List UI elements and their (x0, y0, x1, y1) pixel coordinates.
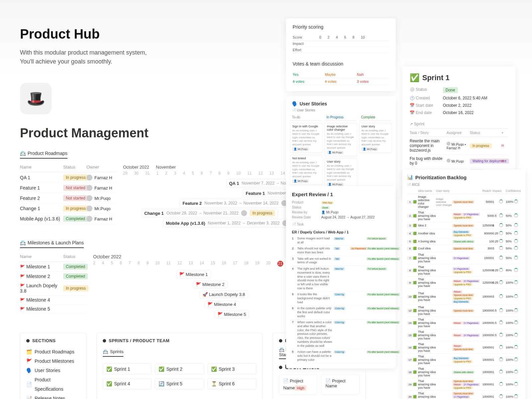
sprints-panel: SPRINTS / PRODUCT TEAM 📇 Sprints ✅Sprint… (96, 332, 263, 399)
hero-title: Product Hub (20, 27, 512, 42)
backlog-row[interactable]: 16🟩That amazing idea you haveReturnSpend… (407, 341, 521, 354)
expert-task-row[interactable]: 5It looks like the background image didn… (292, 292, 390, 306)
milestone-bar[interactable]: 🚩 Milestone 2 (193, 281, 227, 288)
roadmaps-tab[interactable]: 📇 Product Roadmaps (20, 149, 67, 159)
sprint-task-row[interactable]: Rewrite the main component in buzzword.j… (410, 137, 508, 155)
backlog-row[interactable]: 17🟩That amazing idea you haveBuy Element… (407, 354, 521, 366)
backlog-row[interactable]: 8🟩That amazing idea you have1+ Pageviews… (407, 264, 521, 277)
expert-task-row[interactable]: 7When users select a color and after tha… (292, 320, 390, 349)
expert-task-row[interactable]: 8Action can have a palette solo but it s… (292, 349, 390, 363)
hero-sub1: With this modular product management sys… (20, 48, 512, 57)
sections-panel: SECTIONS 🗂️Product Roadmaps🚩Product Mile… (20, 332, 86, 399)
section-item[interactable]: 🚩Product Milestones (26, 356, 80, 366)
backlog-row[interactable]: 3🟩Idea 2Spends more time1250000150% (407, 222, 521, 229)
backlog-row[interactable]: 19🟩That amazing idea you haveSpends more… (407, 378, 521, 391)
section-item[interactable]: 🗣️User Stories (26, 366, 80, 375)
sprint-task-row[interactable]: Fix bug with divide by 0 Mr.PuqoWaiting … (410, 155, 508, 168)
user-story-card[interactable]: Sign in with GoogleAs an existing user, … (290, 123, 323, 153)
user-story-card[interactable]: Not testedAs an existing user, I want to… (290, 155, 323, 185)
milestone-bar[interactable]: 🚩 Milestone 5 (214, 311, 249, 318)
user-story-card[interactable]: User storyAs an existing user, I want to… (359, 123, 392, 153)
sprint-card[interactable]: 🔄Sprint 5 (155, 378, 204, 389)
backlog-row[interactable]: 14🟩That amazing idea you haveReturn1+ Pa… (407, 317, 521, 329)
expert-task-row[interactable]: 2Tabs should not split into more than tw… (292, 246, 390, 256)
backlog-row[interactable]: 2🟩That amazing idea you haveReturn1+ Pag… (407, 210, 521, 222)
sprint-card[interactable]: ✅Sprint 1 (103, 363, 152, 375)
backlog-row[interactable]: 5🟩A boring ideaShares with others100.255… (407, 238, 521, 245)
section-item[interactable]: 📑Release Notes (26, 394, 80, 399)
section-item[interactable]: 📄Product Specifications (26, 375, 80, 394)
col-name: Name (20, 165, 63, 170)
milestone-row[interactable]: 🚩 Milestone 4 (20, 296, 86, 305)
backlog-card: 📊 Prioritization Backlog 📄 RICE Idea nam… (402, 170, 525, 399)
milestone-bar[interactable]: 🚩 Milestone 1 (176, 271, 211, 278)
backlog-row[interactable]: 1🟩Image selective color changerImage sel… (407, 194, 521, 210)
sprint-card[interactable]: ✅Sprint 2 (155, 363, 204, 375)
backlog-row[interactable]: 9🟩That amazing idea you haveReturn2+ Pag… (407, 277, 521, 289)
milestone-row[interactable]: 🚩 Launch Dopely 3.8In progress (20, 281, 86, 296)
backlog-row[interactable]: 6🟩Cool ideaSpends more time300350% (407, 245, 521, 252)
milestone-row[interactable]: 🚩 Milestone 2Completed (20, 272, 86, 281)
milestone-row[interactable]: 🚩 Milestone 1Completed (20, 262, 86, 272)
user-story-card[interactable]: Image selective color changerAs an exist… (325, 123, 357, 156)
hero-sub2: You'll achieve your goals smoothly. (20, 57, 512, 66)
brief-card[interactable]: 📄 Project Name (321, 375, 359, 394)
backlog-row[interactable]: 7🟩That amazing idea you have2+ Pageviews… (407, 252, 521, 264)
milestone-row[interactable]: 🚩 Milestone 5 (20, 305, 86, 314)
expert-task-row[interactable]: 4The right and left button movement is s… (292, 266, 390, 292)
brief-card[interactable]: 📄 Project NameHigh (279, 375, 317, 394)
milestone-bar[interactable]: 🚀 Launch Dopely 3.8 (200, 291, 248, 298)
roadmap-row[interactable]: QA 1In progressFarnaz H (20, 173, 116, 183)
gantt-bar[interactable]: Change 1 October 29, 2022 → November 21,… (141, 209, 278, 217)
sprint-card[interactable]: ✅Sprint 4 (103, 378, 152, 389)
backlog-row[interactable]: 20🟩That amazing idea you haveSpends more… (407, 391, 521, 399)
roadmap-row[interactable]: Mobile App (v1.3.6)CompletedFarnaz H (20, 214, 116, 224)
backlog-row[interactable]: 18🟩That amazing idea you haveShares with… (407, 366, 521, 378)
backlog-row[interactable]: 10🟩That amazing idea you haveReturnSpend… (407, 289, 521, 305)
roadmap-row[interactable]: Feature 2Not startedMr.Puqo (20, 193, 116, 203)
backlog-row[interactable]: 12🟩That amazing idea you haveSpends more… (407, 305, 521, 317)
milestone-bar[interactable]: 🚩 Milestone 4 (204, 301, 239, 308)
user-story-card[interactable]: User storyAs an existing user, I want to… (325, 158, 357, 188)
expert-task-row[interactable]: 6In the custom palette only the first an… (292, 306, 390, 320)
priority-scoring-card: Priority scoring Score0246810 Impact Eff… (286, 18, 396, 91)
roadmap-row[interactable]: Change 1In progressMr.Puqo (20, 203, 116, 214)
col-status: Status (63, 165, 86, 170)
backlog-row[interactable]: 4🟩Another ideaBuy ElementsUpgrade to PRO… (407, 229, 521, 238)
col-owner: Owner (86, 165, 116, 170)
milestones-tab[interactable]: 📇 Milestones & Launch Plans (20, 238, 84, 248)
backlog-row[interactable]: 15🟩That amazing idea you haveReturn2+ Pa… (407, 329, 521, 341)
section-item[interactable]: 🗂️Product Roadmaps (26, 347, 80, 356)
app-icon: 🎩 (20, 83, 52, 114)
sprint-card[interactable]: ✅Sprint 3 (207, 363, 256, 375)
sprint-card[interactable]: ⏳Sprint 6 (207, 378, 256, 389)
expert-task-row[interactable]: 1Some images won't load at allNew forFix… (292, 236, 390, 246)
sprints-tab[interactable]: 📇 Sprints (103, 347, 123, 357)
expert-review-card: Expert Review / 1 ProductWeb-App StatusD… (286, 186, 396, 368)
expert-task-row[interactable]: 3Tabs will are not sorted in terms of us… (292, 256, 390, 266)
roadmap-row[interactable]: Feature 1Not startedFarnaz H (20, 183, 116, 193)
